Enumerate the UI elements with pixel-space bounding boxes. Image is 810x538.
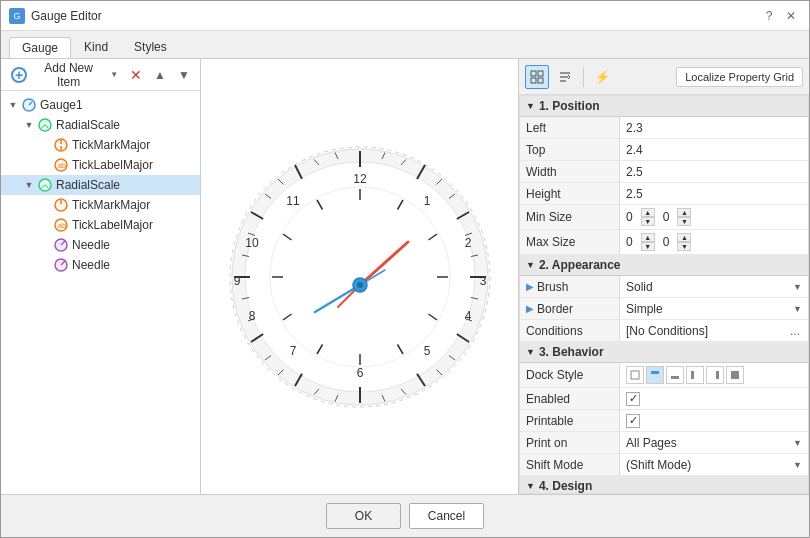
section-appearance-header[interactable]: ▼ 2. Appearance [520,255,808,276]
prop-value-top[interactable] [620,139,808,160]
ok-button[interactable]: OK [326,503,401,529]
dock-fill-button[interactable] [726,366,744,384]
sort-view-button[interactable] [553,65,577,89]
tab-gauge[interactable]: Gauge [9,37,71,58]
minsize-w-down[interactable]: ▼ [641,217,655,226]
radial-icon-2 [37,177,53,193]
maxsize-h-down[interactable]: ▼ [677,242,691,251]
prop-value-height[interactable] [620,183,808,204]
maxsize-h-up[interactable]: ▲ [677,233,691,242]
maxsize-w-value: 0 [626,235,633,249]
dock-bottom-button[interactable] [666,366,684,384]
shiftmode-value: (Shift Mode) [626,458,691,472]
move-down-button[interactable]: ▼ [174,65,194,85]
prop-value-shiftmode[interactable]: (Shift Mode) ▼ [620,454,808,475]
tree-item-needle1[interactable]: Needle [1,235,200,255]
prop-value-width[interactable] [620,161,808,182]
top-input[interactable] [626,143,802,157]
minsize-h-down[interactable]: ▼ [677,217,691,226]
conditions-value: [No Conditions] [626,324,708,338]
prop-row-minsize: Min Size 0 ▲ ▼ 0 ▲ ▼ [520,205,808,230]
dock-top-button[interactable] [646,366,664,384]
close-button[interactable]: ✕ [781,6,801,26]
tree-item-radialscale1[interactable]: ▼ RadialScale [1,115,200,135]
title-buttons: ? ✕ [759,6,801,26]
prop-label-border: ▶Border [520,298,620,319]
svg-text:7: 7 [289,344,296,358]
tree-item-ticklabelmajor1[interactable]: ab TickLabelMajor [1,155,200,175]
height-input[interactable] [626,187,802,201]
svg-rect-87 [531,71,536,76]
tree-toggle-radialscale1[interactable]: ▼ [21,117,37,133]
prop-row-conditions: Conditions [No Conditions] ... [520,320,808,342]
prop-label-maxsize: Max Size [520,230,620,254]
help-button[interactable]: ? [759,6,779,26]
prop-row-printable: Printable [520,410,808,432]
flash-button[interactable]: ⚡ [590,65,614,89]
svg-text:10: 10 [245,236,259,250]
add-icon: + [11,67,27,83]
svg-text:4: 4 [464,309,471,323]
category-view-button[interactable] [525,65,549,89]
minsize-h-up[interactable]: ▲ [677,208,691,217]
width-input[interactable] [626,165,802,179]
tree-item-tickmarkmajor1[interactable]: TickMarkMajor [1,135,200,155]
shiftmode-dropdown-icon[interactable]: ▼ [793,460,802,470]
dock-left-button[interactable] [686,366,704,384]
prop-value-border[interactable]: Simple ▼ [620,298,808,319]
left-input[interactable] [626,121,802,135]
svg-rect-98 [716,371,719,379]
printon-dropdown-icon[interactable]: ▼ [793,438,802,448]
svg-text:ab: ab [58,222,66,229]
maxsize-w-down[interactable]: ▼ [641,242,655,251]
prop-value-maxsize: 0 ▲ ▼ 0 ▲ ▼ [620,230,808,254]
conditions-ellipsis-button[interactable]: ... [788,324,802,338]
printable-checkbox[interactable] [626,414,640,428]
tree-item-gauge1[interactable]: ▼ Gauge1 [1,95,200,115]
tab-styles[interactable]: Styles [121,36,180,57]
localize-button[interactable]: Localize Property Grid [676,67,803,87]
brush-dropdown-icon[interactable]: ▼ [793,282,802,292]
delete-button[interactable]: ✕ [126,65,146,85]
tree-item-needle2[interactable]: Needle [1,255,200,275]
tree-toggle-radialscale2[interactable]: ▼ [21,177,37,193]
tick-icon-4: ab [53,217,69,233]
border-dropdown-icon[interactable]: ▼ [793,304,802,314]
prop-label-shiftmode: Shift Mode [520,454,620,475]
prop-value-conditions[interactable]: [No Conditions] ... [620,320,808,341]
minsize-w-spinner[interactable]: ▲ ▼ [641,208,655,226]
maxsize-w-up[interactable]: ▲ [641,233,655,242]
window-title: Gauge Editor [31,9,102,23]
tree-label-tickmarkmajor1: TickMarkMajor [72,138,150,152]
move-up-button[interactable]: ▲ [150,65,170,85]
section-design-header[interactable]: ▼ 4. Design [520,476,808,494]
enabled-checkbox[interactable] [626,392,640,406]
dock-right-button[interactable] [706,366,724,384]
tree-item-tickmarkmajor2[interactable]: TickMarkMajor [1,195,200,215]
prop-value-brush[interactable]: Solid ▼ [620,276,808,297]
tree-item-radialscale2[interactable]: ▼ RadialScale [1,175,200,195]
svg-rect-90 [538,78,543,83]
dock-none-button[interactable] [626,366,644,384]
prop-value-enabled[interactable] [620,388,808,409]
bottom-bar: OK Cancel [1,494,809,537]
prop-row-printon: Print on All Pages ▼ [520,432,808,454]
maxsize-h-spinner[interactable]: ▲ ▼ [677,233,691,251]
prop-value-left[interactable] [620,117,808,138]
add-new-label: Add New Item [31,61,106,89]
tree-item-ticklabelmajor2[interactable]: ab TickLabelMajor [1,215,200,235]
prop-value-printable[interactable] [620,410,808,431]
prop-label-conditions: Conditions [520,320,620,341]
minsize-w-up[interactable]: ▲ [641,208,655,217]
prop-value-printon[interactable]: All Pages ▼ [620,432,808,453]
section-behavior-header[interactable]: ▼ 3. Behavior [520,342,808,363]
minsize-h-spinner[interactable]: ▲ ▼ [677,208,691,226]
tree-toggle-gauge1[interactable]: ▼ [5,97,21,113]
tab-kind[interactable]: Kind [71,36,121,57]
add-new-button[interactable]: + Add New Item ▼ [7,59,122,91]
maxsize-w-spinner[interactable]: ▲ ▼ [641,233,655,251]
cancel-button[interactable]: Cancel [409,503,484,529]
section-position-header[interactable]: ▼ 1. Position [520,96,808,117]
svg-rect-89 [531,78,536,83]
prop-label-height: Height [520,183,620,204]
